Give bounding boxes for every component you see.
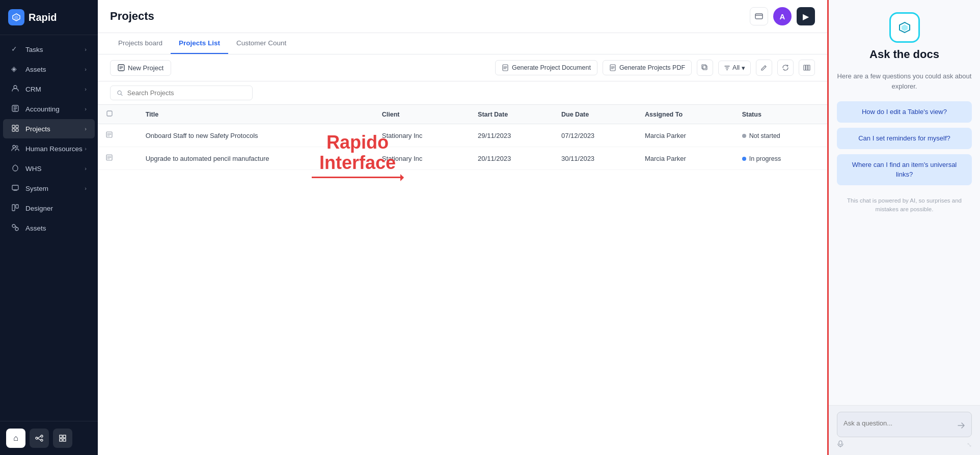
sidebar-item-label: CRM: [25, 86, 41, 93]
svg-rect-18: [60, 439, 62, 441]
svg-point-11: [12, 224, 15, 228]
sidebar-item-label: Human Resources: [25, 145, 83, 153]
svg-rect-27: [806, 65, 808, 70]
refresh-button[interactable]: [777, 60, 794, 76]
tab-projects-board[interactable]: Projects board: [110, 33, 171, 54]
table-row: Upgrade to automated pencil manufacture …: [98, 147, 827, 170]
mic-icon[interactable]: [837, 440, 844, 449]
ask-send-button[interactable]: [957, 421, 965, 432]
ask-suggestion-2[interactable]: Can I set reminders for myself?: [837, 128, 972, 149]
sidebar-item-tasks[interactable]: ✓ Tasks ›: [3, 40, 95, 59]
row-title[interactable]: Upgrade to automated pencil manufacture: [138, 147, 374, 170]
sidebar-item-crm[interactable]: CRM ›: [3, 79, 95, 99]
main-wrapper: Projects A ▶ Projects board Projects Lis…: [98, 0, 980, 455]
svg-rect-2: [12, 125, 15, 128]
resize-icon[interactable]: ⤡: [967, 441, 972, 448]
row-start-date: 20/11/2023: [470, 147, 553, 170]
notifications-button[interactable]: [750, 7, 768, 25]
row-assigned-to: Marcia Parker: [637, 124, 734, 147]
sidebar-item-system[interactable]: System ›: [3, 179, 95, 198]
expand-panel-button[interactable]: ▶: [797, 7, 815, 25]
sidebar-item-label: Assets: [25, 66, 46, 73]
table-row: Onboard Staff to new Safety Protocols St…: [98, 124, 827, 147]
col-assigned-to[interactable]: Assigned To: [637, 105, 734, 124]
search-input[interactable]: [127, 89, 246, 97]
toolbar: New Project Generate Project Document Ge…: [98, 54, 827, 81]
svg-rect-20: [755, 14, 763, 19]
sidebar-item-accounting[interactable]: Accounting ›: [3, 99, 95, 119]
copy-button[interactable]: [697, 60, 713, 76]
gen-doc-button[interactable]: Generate Project Document: [495, 60, 597, 75]
ask-logo-icon: [889, 12, 920, 43]
gen-doc-label: Generate Project Document: [512, 64, 591, 71]
col-start-date[interactable]: Start Date: [470, 105, 553, 124]
svg-rect-28: [808, 65, 810, 70]
ask-description: Here are a few questions you could ask a…: [837, 71, 972, 91]
row-due-date: 07/12/2023: [553, 124, 637, 147]
header-actions: A ▶: [750, 7, 815, 25]
ask-input-wrap: [837, 412, 972, 437]
chevron-right-icon: ›: [85, 46, 87, 52]
avatar-letter: A: [780, 12, 785, 21]
header: Projects A ▶: [98, 0, 827, 33]
col-due-date[interactable]: Due Date: [553, 105, 637, 124]
sidebar-item-assets2[interactable]: Assets: [3, 218, 95, 238]
app-logo[interactable]: Rapid: [0, 0, 98, 35]
ask-input[interactable]: [843, 419, 953, 432]
sidebar-item-projects[interactable]: Projects ›: [3, 119, 95, 138]
columns-button[interactable]: [799, 60, 815, 76]
row-title[interactable]: Onboard Staff to new Safety Protocols: [138, 124, 374, 147]
sidebar-item-label: WHS: [25, 165, 42, 173]
search-input-wrap[interactable]: [110, 86, 253, 100]
row-start-date: 29/11/2023: [470, 124, 553, 147]
chart-button[interactable]: [53, 429, 72, 448]
nodes-button[interactable]: [30, 429, 49, 448]
chevron-right-icon: ›: [85, 106, 87, 112]
ask-suggestion-3[interactable]: Where can I find an item's universal lin…: [837, 154, 972, 185]
whs-icon: [11, 164, 20, 173]
sidebar-item-whs[interactable]: WHS ›: [3, 159, 95, 178]
svg-point-15: [41, 439, 43, 441]
crm-icon: [11, 84, 20, 94]
tabs-bar: Projects board Projects List Customer Co…: [98, 33, 827, 54]
svg-rect-17: [63, 435, 66, 438]
edit-button[interactable]: [756, 60, 772, 76]
ask-input-area: ⤡: [829, 405, 980, 455]
status-dot: [742, 134, 746, 138]
chevron-right-icon: ›: [85, 66, 87, 72]
gen-pdf-button[interactable]: Generate Projects PDF: [603, 60, 692, 75]
chevron-right-icon: ›: [85, 146, 87, 152]
ask-logo: Ask the docs: [837, 12, 972, 61]
svg-point-7: [16, 146, 18, 148]
avatar[interactable]: A: [773, 7, 792, 25]
sidebar-item-designer[interactable]: Designer: [3, 198, 95, 218]
sidebar-bottom: ⌂: [0, 421, 98, 455]
col-title[interactable]: Title: [138, 105, 374, 124]
sidebar-item-human-resources[interactable]: Human Resources ›: [3, 139, 95, 158]
row-status: Not started: [734, 124, 827, 147]
filter-label: All: [732, 64, 740, 71]
filter-button[interactable]: All ▾: [718, 61, 751, 75]
assets2-icon: [11, 223, 20, 233]
col-status[interactable]: Status: [734, 105, 827, 124]
col-client[interactable]: Client: [374, 105, 470, 124]
chevron-right-icon: ›: [85, 185, 87, 191]
status-dot: [742, 157, 746, 161]
sidebar-item-label: Designer: [25, 205, 53, 212]
row-assigned-to: Marcia Parker: [637, 147, 734, 170]
row-client: Stationary Inc: [374, 124, 470, 147]
sidebar-nav: ✓ Tasks › ◈ Assets › CRM ›: [0, 35, 98, 421]
sidebar-item-assets[interactable]: ◈ Assets ›: [3, 60, 95, 79]
page-title: Projects: [110, 10, 154, 23]
ask-suggestion-1[interactable]: How do I edit a Table's view?: [837, 101, 972, 123]
tab-projects-list[interactable]: Projects List: [171, 33, 228, 54]
svg-rect-16: [60, 435, 62, 438]
tab-customer-count[interactable]: Customer Count: [228, 33, 294, 54]
new-project-button[interactable]: New Project: [110, 60, 171, 76]
row-client: Stationary Inc: [374, 147, 470, 170]
svg-rect-5: [16, 129, 18, 131]
accounting-icon: [11, 104, 20, 113]
sidebar-item-label: Tasks: [25, 46, 43, 53]
home-button[interactable]: ⌂: [6, 429, 25, 448]
svg-rect-4: [12, 129, 15, 131]
